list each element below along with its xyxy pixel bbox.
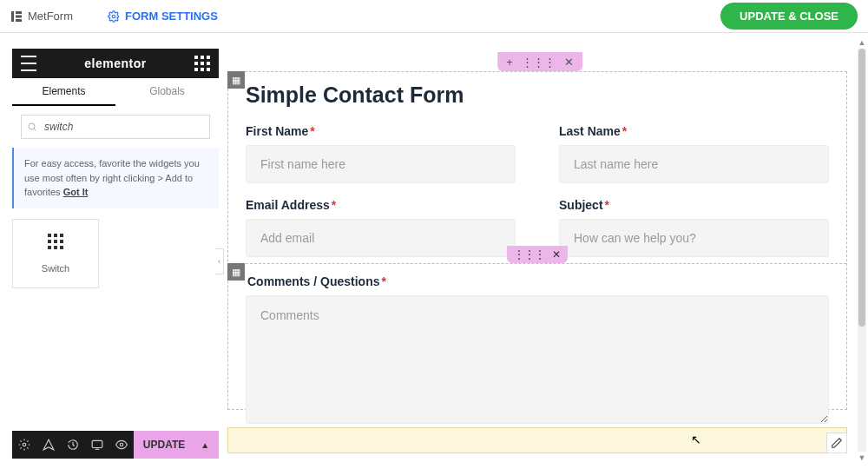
required-asterisk: *	[622, 124, 627, 138]
last-name-label: Last Name*	[559, 124, 829, 138]
edit-widget-button[interactable]	[826, 433, 847, 453]
scroll-down-arrow[interactable]: ▼	[858, 453, 866, 462]
gear-icon	[108, 10, 120, 23]
footer-preview-icon[interactable]	[109, 431, 134, 459]
form-title: Simple Contact Form	[246, 83, 464, 108]
first-name-label: First Name*	[246, 124, 516, 138]
comments-section[interactable]: ▦ Comments / Questions*	[228, 263, 846, 444]
footer-settings-icon[interactable]	[12, 431, 36, 459]
field-subject: Subject*	[559, 198, 829, 257]
svg-point-5	[29, 123, 35, 129]
svg-rect-2	[16, 15, 22, 17]
required-asterisk: *	[605, 198, 609, 212]
tab-elements[interactable]: Elements	[12, 78, 115, 106]
svg-rect-8	[54, 234, 57, 237]
footer-update-button[interactable]: UPDATE ▲	[134, 431, 219, 459]
brand: MetForm	[10, 10, 73, 23]
panel-logo: elementor	[84, 56, 146, 70]
search-icon	[27, 122, 37, 132]
switch-icon	[47, 233, 64, 254]
required-asterisk: *	[310, 124, 314, 138]
footer-responsive-icon[interactable]	[85, 431, 109, 459]
form-settings-link[interactable]: FORM SETTINGS	[108, 10, 218, 23]
subject-label: Subject*	[559, 198, 829, 212]
svg-rect-10	[48, 240, 51, 243]
email-label: Email Address*	[246, 198, 516, 212]
footer-update-label: UPDATE	[143, 439, 185, 451]
svg-point-19	[120, 443, 123, 446]
svg-rect-14	[54, 246, 57, 249]
tip-text: For easy access, favorite the widgets yo…	[24, 158, 200, 197]
svg-point-16	[23, 443, 26, 446]
widget-search	[21, 115, 210, 139]
scroll-up-arrow[interactable]: ▲	[858, 38, 866, 47]
section-add-icon[interactable]: +	[506, 56, 513, 69]
svg-rect-9	[60, 234, 63, 237]
elements-panel: elementor Elements Globals For easy acce…	[12, 49, 219, 288]
selected-widget-band[interactable]	[227, 427, 847, 453]
field-first-name: First Name*	[246, 124, 516, 183]
column-handle-icon[interactable]: ▦	[227, 263, 245, 281]
panel-header: elementor	[12, 49, 219, 78]
svg-rect-3	[16, 19, 22, 22]
top-bar: MetForm FORM SETTINGS UPDATE & CLOSE	[0, 0, 868, 33]
panel-tabs: Elements Globals	[12, 78, 219, 106]
comments-textarea[interactable]	[246, 295, 829, 424]
svg-rect-13	[48, 246, 51, 249]
first-name-input[interactable]	[246, 145, 516, 183]
form-section[interactable]: ▦ Simple Contact Form First Name* Last N…	[227, 71, 847, 410]
scrollbar-thumb[interactable]	[858, 49, 865, 327]
brand-label: MetForm	[28, 10, 73, 23]
svg-rect-15	[60, 246, 63, 249]
svg-point-4	[112, 15, 115, 18]
form-settings-label: FORM SETTINGS	[125, 10, 218, 23]
chevron-up-icon: ▲	[201, 440, 209, 450]
update-and-close-button[interactable]: UPDATE & CLOSE	[720, 3, 858, 30]
required-asterisk: *	[381, 274, 385, 288]
tip-gotit-link[interactable]: Got It	[63, 187, 89, 197]
widget-search-input[interactable]	[21, 115, 210, 139]
canvas-scrollbar[interactable]: ▲ ▼	[858, 49, 866, 452]
field-email: Email Address*	[246, 198, 516, 257]
tab-globals[interactable]: Globals	[115, 78, 219, 106]
svg-rect-7	[48, 234, 51, 237]
grid-toggle-icon[interactable]	[194, 56, 210, 71]
subject-input[interactable]	[559, 219, 829, 257]
required-asterisk: *	[332, 198, 336, 212]
form-row-1: First Name* Last Name*	[246, 124, 829, 183]
editor-canvas: + ⋮⋮⋮ ✕ ▦ Simple Contact Form First Name…	[226, 49, 854, 462]
inner-close-icon[interactable]: ✕	[552, 248, 561, 261]
elementor-logo-icon	[10, 10, 23, 23]
section-drag-icon[interactable]: ⋮⋮⋮	[522, 56, 556, 69]
email-input[interactable]	[246, 219, 516, 257]
hamburger-icon[interactable]	[21, 56, 36, 71]
inner-section-toolbar: ⋮⋮⋮ ✕	[507, 246, 568, 263]
favorite-tip: For easy access, favorite the widgets yo…	[12, 148, 219, 208]
svg-rect-12	[60, 240, 63, 243]
inner-drag-icon[interactable]: ⋮⋮⋮	[514, 248, 545, 261]
comments-label: Comments / Questions*	[247, 274, 829, 288]
last-name-input[interactable]	[559, 145, 829, 183]
widget-switch[interactable]: Switch	[12, 219, 99, 288]
column-handle-icon[interactable]: ▦	[227, 71, 245, 89]
footer-history-icon[interactable]	[61, 431, 85, 459]
svg-rect-1	[16, 11, 22, 14]
panel-collapse-handle[interactable]: ‹	[215, 248, 224, 274]
widget-switch-label: Switch	[42, 263, 69, 274]
svg-rect-17	[92, 440, 102, 447]
panel-footer: UPDATE ▲	[12, 431, 219, 459]
section-toolbar: + ⋮⋮⋮ ✕	[497, 52, 582, 71]
section-close-icon[interactable]: ✕	[564, 56, 574, 69]
svg-rect-0	[11, 11, 14, 22]
pencil-icon	[831, 437, 843, 449]
footer-navigator-icon[interactable]	[36, 431, 61, 459]
field-last-name: Last Name*	[559, 124, 829, 183]
svg-line-6	[34, 129, 36, 130]
svg-rect-11	[54, 240, 57, 243]
